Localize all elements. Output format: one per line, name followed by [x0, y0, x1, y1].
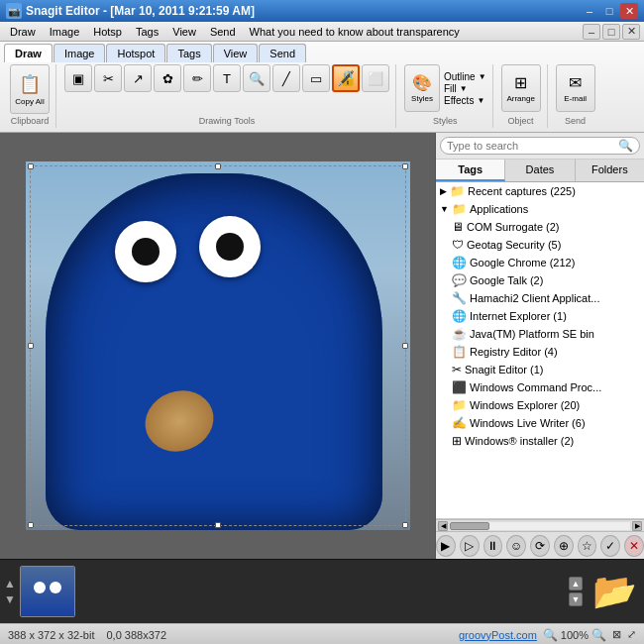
tree-item-chrome[interactable]: 🌐 Google Chrome (212): [448, 254, 644, 271]
arrow-tool-button[interactable]: ↗: [124, 64, 152, 92]
vscroll-up[interactable]: ▲: [569, 577, 583, 590]
line-tool-button[interactable]: ╱: [272, 64, 300, 92]
minimize-button[interactable]: –: [581, 3, 598, 19]
close-button[interactable]: ✕: [620, 3, 638, 19]
ribbon-tab-send[interactable]: Send: [259, 44, 306, 62]
tab-tags[interactable]: Tags: [436, 160, 505, 181]
tab-folders[interactable]: Folders: [576, 160, 644, 181]
tree-item-hamachi[interactable]: 🔧 Hamachi2 Client Applicat...: [448, 289, 644, 307]
maximize-button[interactable]: □: [600, 3, 618, 19]
chrome-icon: 🌐: [452, 256, 467, 269]
tree-item-java[interactable]: ☕ Java(TM) Platform SE bin: [448, 325, 644, 343]
styles-label: Styles: [433, 116, 458, 126]
fullscreen-icon[interactable]: ⤢: [627, 628, 636, 641]
sb-pause-btn[interactable]: ⏸: [483, 535, 503, 557]
tree-item-explorer[interactable]: 📁 Windows Explorer (20): [448, 396, 644, 414]
zoom-in-icon[interactable]: 🔍: [591, 628, 606, 642]
ribbon-tab-hotspot[interactable]: Hotspot: [106, 44, 165, 62]
ribbon-tab-view[interactable]: View: [213, 44, 259, 62]
explorer-label: Windows Explorer (20): [470, 399, 580, 411]
menu-view[interactable]: View: [166, 24, 202, 40]
ribbon-tab-draw[interactable]: Draw: [4, 44, 53, 62]
stamp2-tool-button[interactable]: 🔏: [332, 64, 360, 92]
tree-item-applications[interactable]: ▼ 📁 Applications: [436, 200, 644, 218]
tree-item-registry[interactable]: 📋 Registry Editor (4): [448, 343, 644, 361]
filmstrip-scroll-left[interactable]: ▲ ▼: [4, 567, 16, 616]
chrome-label: Google Chrome (212): [470, 257, 575, 268]
select-tool-button[interactable]: ▣: [64, 64, 92, 92]
arrange-button[interactable]: ⊞ Arrange: [501, 64, 541, 112]
search-input[interactable]: [447, 140, 614, 152]
rect-tool-button[interactable]: ▭: [302, 64, 330, 92]
sb-smile-btn[interactable]: ☺: [506, 535, 526, 557]
zoom-tool-button[interactable]: 🔍: [243, 64, 270, 92]
tree-item-installer[interactable]: ⊞ Windows® installer (2): [448, 432, 644, 450]
fill-dropdown[interactable]: Fill ▼: [444, 83, 486, 94]
tree-item-recent[interactable]: ▶ 📁 Recent captures (225): [436, 182, 644, 200]
sb-shield-btn[interactable]: ⊕: [554, 535, 574, 557]
tree-area[interactable]: ▶ 📁 Recent captures (225) ▼ 📁 Applicatio…: [436, 182, 644, 519]
hscroll-right[interactable]: ▶: [632, 521, 642, 531]
hscroll-track[interactable]: [450, 522, 630, 530]
outline-dropdown[interactable]: Outline ▼: [444, 71, 486, 82]
filmstrip-thumb-1[interactable]: [20, 566, 75, 617]
zoom-out-icon[interactable]: 🔍: [543, 628, 558, 642]
menu-hotspot[interactable]: Hotsp: [87, 24, 128, 40]
submenu-minimize[interactable]: –: [583, 24, 600, 40]
send-label: Send: [565, 116, 586, 126]
sb-x-btn[interactable]: ✕: [624, 535, 644, 557]
menu-send[interactable]: Send: [204, 24, 242, 40]
email-button[interactable]: ✉ E-mail: [556, 64, 595, 112]
tab-dates[interactable]: Dates: [505, 160, 575, 181]
effects-label: Effects: [444, 95, 474, 106]
submenu-restore[interactable]: □: [602, 24, 620, 40]
tree-item-gtalk[interactable]: 💬 Google Talk (2): [448, 271, 644, 289]
canvas-scroll[interactable]: [0, 133, 435, 559]
recent-arrow[interactable]: ▶: [440, 186, 447, 196]
tree-item-wlw[interactable]: ✍ Windows Live Writer (6): [448, 414, 644, 432]
email-label: E-mail: [564, 94, 587, 103]
styles-button[interactable]: 🎨 Styles: [404, 64, 440, 112]
sidebar-tabs: Tags Dates Folders: [436, 160, 644, 182]
filmstrip-left-arrow[interactable]: ▲: [4, 577, 16, 590]
hscroll-thumb[interactable]: [450, 522, 489, 530]
stamp-tool-button[interactable]: ✿: [154, 64, 181, 92]
thumb-eyes: [32, 582, 63, 601]
zoom-control[interactable]: 🔍 100% 🔍: [543, 628, 606, 642]
copy-all-button[interactable]: 📋 Copy All: [10, 64, 50, 114]
crop-tool-button[interactable]: ✂: [94, 64, 122, 92]
menu-draw[interactable]: Draw: [4, 24, 42, 40]
menu-help[interactable]: What you need to know about transparency: [244, 24, 466, 40]
tree-item-ie[interactable]: 🌐 Internet Explorer (1): [448, 307, 644, 325]
menu-image[interactable]: Image: [44, 24, 86, 40]
com-label: COM Surrogate (2): [467, 221, 560, 233]
effects-dropdown[interactable]: Effects ▼: [444, 95, 486, 106]
cm-pupil-left: [132, 238, 160, 266]
sidebar-hscroll[interactable]: ◀ ▶: [436, 519, 644, 531]
ribbon-tab-tags[interactable]: Tags: [166, 44, 211, 62]
sb-clock-btn[interactable]: ⟳: [530, 535, 550, 557]
hscroll-left[interactable]: ◀: [438, 521, 448, 531]
canvas-area[interactable]: [0, 133, 436, 559]
fit-icon[interactable]: ⊠: [612, 628, 621, 641]
tree-item-geotag[interactable]: 🛡 Geotag Security (5): [448, 236, 644, 254]
applications-arrow[interactable]: ▼: [440, 204, 449, 214]
sb-play-btn[interactable]: ▶: [436, 535, 456, 557]
vscroll-down[interactable]: ▼: [569, 592, 583, 606]
send-tools: ✉ E-mail: [556, 64, 595, 112]
sb-check-btn[interactable]: ✓: [600, 535, 620, 557]
status-right: groovyPost.com 🔍 100% 🔍 ⊠ ⤢: [459, 628, 636, 642]
pen-tool-button[interactable]: ✏: [183, 64, 211, 92]
blur-tool-button[interactable]: ⬜: [362, 64, 389, 92]
filmstrip-right-arrow[interactable]: ▼: [4, 592, 16, 606]
sb-star-btn[interactable]: ☆: [578, 535, 597, 557]
submenu-close[interactable]: ✕: [622, 24, 640, 40]
wlw-icon: ✍: [452, 416, 467, 430]
tree-item-snagit[interactable]: ✂ Snagit Editor (1): [448, 361, 644, 378]
ribbon-tab-image[interactable]: Image: [54, 44, 106, 62]
text-tool-button[interactable]: T: [213, 64, 241, 92]
tree-item-com-surrogate[interactable]: 🖥 COM Surrogate (2): [448, 218, 644, 236]
sb-play2-btn[interactable]: ▷: [460, 535, 480, 557]
tree-item-cmd[interactable]: ⬛ Windows Command Proc...: [448, 378, 644, 396]
menu-tags[interactable]: Tags: [130, 24, 164, 40]
